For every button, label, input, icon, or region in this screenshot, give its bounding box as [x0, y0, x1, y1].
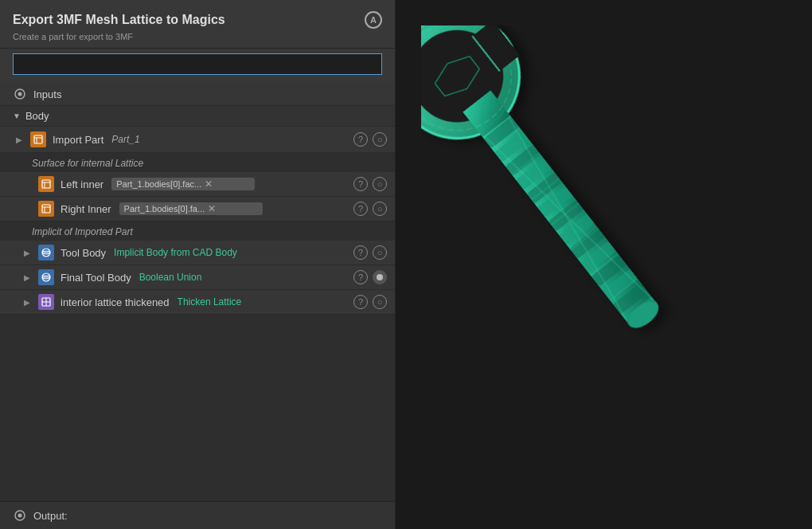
right-inner-label: Right Inner — [61, 203, 111, 215]
left-inner-chip-value: Part_1.bodies[0].fac... — [116, 179, 201, 189]
right-inner-row[interactable]: Right Inner Part_1.bodies[0].fa... ✕ ? ○ — [0, 197, 395, 221]
svg-rect-2 — [34, 135, 42, 143]
interior-lattice-value: Thicken Lattice — [178, 296, 353, 308]
interior-lattice-icon — [38, 294, 54, 310]
right-inner-dot[interactable]: ○ — [373, 202, 387, 216]
body-label: Body — [25, 110, 49, 122]
interior-lattice-actions: ? ○ — [353, 295, 387, 309]
import-part-tag: Part_1 — [111, 134, 139, 145]
tool-body-dot[interactable]: ○ — [373, 245, 387, 260]
final-tool-body-filled-dot[interactable] — [373, 270, 387, 284]
wrench-handle — [472, 103, 662, 333]
name-input-container — [0, 49, 395, 83]
body-section: ▼ Body — [0, 106, 395, 127]
tool-body-help[interactable]: ? — [353, 245, 368, 260]
import-part-dot[interactable]: ○ — [373, 132, 387, 147]
output-icon — [13, 508, 27, 523]
tool-body-expand[interactable]: ▶ — [24, 249, 35, 257]
inputs-icon — [13, 87, 27, 101]
interior-lattice-dot[interactable]: ○ — [373, 295, 387, 309]
tool-body-row[interactable]: ▶ Tool Body Implicit Body from CAD Body … — [0, 241, 395, 265]
svg-point-1 — [18, 92, 22, 96]
interior-lattice-expand[interactable]: ▶ — [24, 298, 35, 307]
import-part-help[interactable]: ? — [353, 132, 368, 147]
panel-subtitle: Create a part for export to 3MF — [13, 32, 382, 41]
final-tool-body-help[interactable]: ? — [353, 270, 368, 284]
import-part-label: Import Part — [53, 134, 103, 146]
right-inner-help[interactable]: ? — [353, 202, 368, 216]
import-part-actions: ? ○ — [353, 132, 387, 147]
tool-body-icon — [38, 245, 54, 261]
left-inner-icon — [38, 176, 54, 192]
svg-rect-8 — [42, 205, 50, 213]
left-inner-help[interactable]: ? — [353, 177, 368, 191]
surface-label: Surface for internal Lattice — [0, 153, 395, 172]
left-inner-chip: Part_1.bodies[0].fac... ✕ — [111, 178, 255, 190]
panel-header: Export 3MF Mesh Lattice to Magics A Crea… — [0, 0, 395, 49]
final-tool-body-actions: ? — [353, 270, 387, 284]
right-inner-chip-remove[interactable]: ✕ — [208, 203, 216, 214]
wrench-svg — [421, 25, 787, 504]
output-row: Output: — [0, 501, 395, 529]
panel-title-text: Export 3MF Mesh Lattice to Magics — [13, 13, 225, 27]
svg-rect-5 — [42, 180, 50, 188]
left-inner-actions: ? ○ — [353, 177, 387, 191]
final-tool-body-row[interactable]: ▶ Final Tool Body Boolean Union ? — [0, 265, 395, 290]
interior-lattice-row[interactable]: ▶ interior lattice thickened Thicken Lat… — [0, 290, 395, 315]
inputs-label: Inputs — [33, 88, 61, 100]
final-tool-body-icon — [38, 269, 54, 285]
right-inner-chip-value: Part_1.bodies[0].fa... — [124, 204, 205, 214]
import-expand-icon[interactable]: ▶ — [16, 135, 27, 144]
inputs-section: Inputs — [0, 83, 395, 106]
panel-body: ▶ Import Part Part_1 ? ○ Surface for int… — [0, 127, 395, 501]
left-inner-row[interactable]: Left inner Part_1.bodies[0].fac... ✕ ? ○ — [0, 172, 395, 197]
name-input[interactable] — [13, 53, 382, 75]
implicit-label: Implicit of Imported Part — [0, 221, 395, 241]
title-icon[interactable]: A — [365, 11, 382, 29]
final-tool-body-expand[interactable]: ▶ — [24, 273, 35, 282]
interior-lattice-help[interactable]: ? — [353, 295, 368, 309]
body-expand-icon[interactable]: ▼ — [13, 112, 21, 120]
right-inner-actions: ? ○ — [353, 202, 387, 216]
import-part-row[interactable]: ▶ Import Part Part_1 ? ○ — [0, 127, 395, 153]
panel-title-row: Export 3MF Mesh Lattice to Magics A — [13, 11, 382, 29]
left-inner-chip-remove[interactable]: ✕ — [205, 178, 213, 190]
right-inner-icon — [38, 201, 54, 217]
left-inner-dot[interactable]: ○ — [373, 177, 387, 191]
right-panel — [396, 0, 812, 529]
left-panel: Export 3MF Mesh Lattice to Magics A Crea… — [0, 0, 396, 529]
tool-body-value: Implicit Body from CAD Body — [114, 247, 353, 258]
final-tool-body-label: Final Tool Body — [61, 272, 131, 284]
tool-body-label: Tool Body — [61, 247, 106, 259]
left-inner-label: Left inner — [61, 178, 103, 190]
tool-body-actions: ? ○ — [353, 245, 387, 260]
right-inner-chip: Part_1.bodies[0].fa... ✕ — [119, 202, 263, 215]
output-label: Output: — [33, 510, 68, 522]
final-tool-body-value: Boolean Union — [139, 272, 353, 283]
interior-lattice-label: interior lattice thickened — [61, 296, 170, 308]
svg-point-21 — [18, 514, 22, 518]
import-part-icon — [30, 131, 46, 147]
